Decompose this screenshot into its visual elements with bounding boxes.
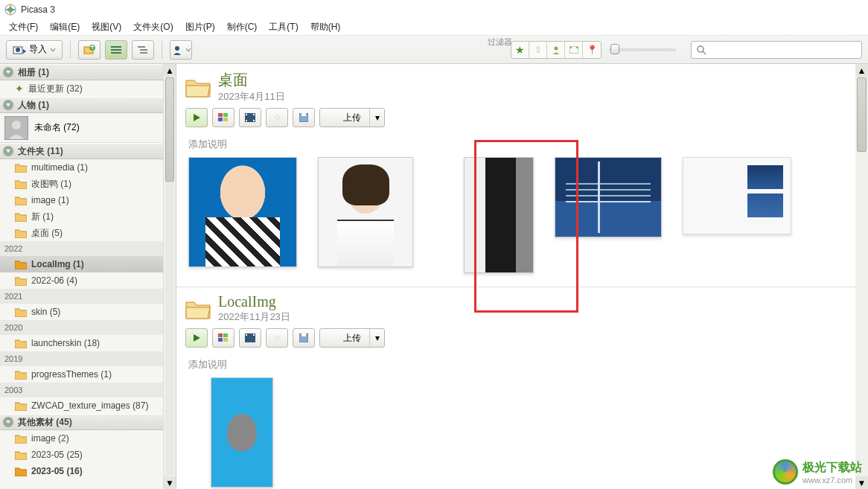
folders-header[interactable]: 文件夹 (11): [0, 143, 163, 159]
view-thumb-button[interactable]: [105, 40, 127, 60]
caption-input[interactable]: 添加说明: [176, 355, 855, 373]
thumbnail[interactable]: [464, 157, 534, 273]
sidebar-folder-skin[interactable]: skin (5): [0, 304, 163, 320]
menu-create[interactable]: 制作(C): [221, 19, 264, 35]
collage-button[interactable]: [212, 108, 234, 127]
scroll-down-icon[interactable]: ▼: [164, 476, 176, 489]
filter-star[interactable]: ★: [511, 42, 529, 58]
album-title[interactable]: LocalImg: [218, 293, 290, 310]
upload-button[interactable]: 上传▾: [319, 108, 385, 127]
scroll-thumb[interactable]: [165, 77, 174, 182]
sidebar-year-2003: 2003: [0, 383, 163, 397]
album-title[interactable]: 桌面: [218, 70, 285, 90]
thumbnail[interactable]: [683, 157, 791, 234]
search-input[interactable]: [691, 41, 862, 59]
titlebar: Picasa 3: [0, 0, 868, 19]
star-icon: ☆: [273, 112, 281, 123]
filter-group: ★ ⇧ 📍: [511, 41, 601, 59]
svg-point-2: [16, 48, 20, 52]
star-button[interactable]: ☆: [266, 328, 288, 348]
star-button[interactable]: ☆: [266, 108, 288, 127]
sidebar-folder-localimg[interactable]: LocalImg (1): [0, 256, 163, 272]
movie-button[interactable]: [239, 108, 261, 127]
chevron-down-icon[interactable]: ▾: [369, 109, 384, 127]
upload-button[interactable]: 上传▾: [319, 328, 385, 348]
play-button[interactable]: [185, 328, 208, 348]
thumbnail[interactable]: [555, 157, 662, 237]
sidebar-folder-desktop[interactable]: 桌面 (5): [0, 225, 163, 241]
sidebar-unnamed-person[interactable]: 未命名 (72): [0, 113, 163, 143]
people-header[interactable]: 人物 (1): [0, 97, 163, 113]
caption-input[interactable]: 添加说明: [176, 135, 855, 153]
star-icon: ★: [515, 44, 525, 56]
scroll-up-icon[interactable]: ▲: [855, 64, 868, 77]
separator: [70, 41, 71, 59]
view-tree-button[interactable]: [132, 40, 154, 60]
collapse-icon: [3, 100, 13, 110]
watermark-name: 极光下载站: [802, 460, 862, 476]
date-slider[interactable]: [609, 48, 676, 51]
svg-rect-30: [301, 113, 306, 116]
folder-icon: [15, 212, 27, 222]
sidebar: 相册 (1) ✦ 最近更新 (32) 人物 (1) 未命名 (72) 文件夹 (…: [0, 64, 176, 489]
film-icon: [245, 113, 255, 122]
sidebar-other-2023-05a[interactable]: 2023-05 (25): [0, 447, 163, 463]
chevron-down-icon[interactable]: ▾: [369, 329, 384, 347]
thumbnail[interactable]: [188, 157, 297, 267]
svg-rect-6: [111, 46, 121, 48]
svg-point-17: [698, 46, 703, 52]
folder-icon: [15, 370, 27, 380]
people-button[interactable]: [170, 40, 192, 60]
svg-rect-28: [253, 120, 255, 121]
other-header[interactable]: 其他素材 (45): [0, 414, 163, 430]
menu-picture[interactable]: 图片(P): [179, 19, 221, 35]
sidebar-scrollbar[interactable]: ▲ ▼: [163, 64, 176, 489]
thumbnail[interactable]: [211, 377, 273, 488]
svg-rect-21: [223, 113, 228, 117]
scroll-up-icon[interactable]: ▲: [164, 64, 176, 77]
filter-geo[interactable]: 📍: [583, 42, 601, 58]
import-button[interactable]: 导入: [6, 40, 63, 60]
add-folder-button[interactable]: +: [78, 40, 100, 60]
menu-tools[interactable]: 工具(T): [263, 19, 304, 35]
sidebar-folder-launcherskin[interactable]: launcherskin (18): [0, 335, 163, 351]
sidebar-folder-progressthemes[interactable]: progressThemes (1): [0, 366, 163, 383]
menu-view[interactable]: 视图(V): [86, 19, 127, 35]
collage-icon: [218, 113, 229, 122]
menu-file[interactable]: 文件(F): [3, 19, 44, 35]
albums-header[interactable]: 相册 (1): [0, 64, 163, 80]
thumbnail[interactable]: [318, 157, 413, 267]
film-icon: [245, 333, 255, 342]
upload-label: 上传: [343, 112, 361, 124]
svg-point-12: [175, 46, 179, 51]
filter-movie[interactable]: [565, 42, 583, 58]
sidebar-other-2023-05b[interactable]: 2023-05 (16): [0, 463, 163, 479]
add-folder-icon: +: [83, 45, 95, 55]
svg-rect-25: [246, 114, 247, 115]
play-icon: [192, 113, 201, 122]
album-localimg: LocalImg 2022年11月23日 ☆ 上传▾ 添加说明: [176, 287, 855, 489]
scroll-thumb[interactable]: [857, 77, 867, 152]
sidebar-folder-multimedia[interactable]: multimedia (1): [0, 159, 163, 176]
sidebar-folder-zwcad[interactable]: ZWCAD_texture_images (87): [0, 397, 163, 414]
slider-thumb[interactable]: [610, 44, 619, 54]
sidebar-folder-xin[interactable]: 新 (1): [0, 208, 163, 225]
filter-upload[interactable]: ⇧: [529, 42, 547, 58]
filter-face[interactable]: [547, 42, 565, 58]
menu-folder[interactable]: 文件夹(O): [127, 19, 179, 35]
sidebar-recent[interactable]: ✦ 最近更新 (32): [0, 80, 163, 97]
sidebar-other-image[interactable]: image (2): [0, 430, 163, 447]
save-button[interactable]: [293, 108, 315, 127]
sidebar-folder-gaituya[interactable]: 改图鸭 (1): [0, 176, 163, 192]
sidebar-folder-image[interactable]: image (1): [0, 192, 163, 208]
play-button[interactable]: [185, 108, 208, 127]
menu-help[interactable]: 帮助(H): [304, 19, 347, 35]
collage-button[interactable]: [212, 328, 234, 348]
person-icon: [552, 45, 561, 54]
content-scrollbar[interactable]: ▲ ▼: [855, 64, 868, 489]
menu-edit[interactable]: 编辑(E): [44, 19, 86, 35]
save-button[interactable]: [293, 328, 315, 348]
sidebar-folder-2022-06[interactable]: 2022-06 (4): [0, 272, 163, 289]
movie-button[interactable]: [239, 328, 261, 348]
menubar: 文件(F) 编辑(E) 视图(V) 文件夹(O) 图片(P) 制作(C) 工具(…: [0, 19, 868, 36]
